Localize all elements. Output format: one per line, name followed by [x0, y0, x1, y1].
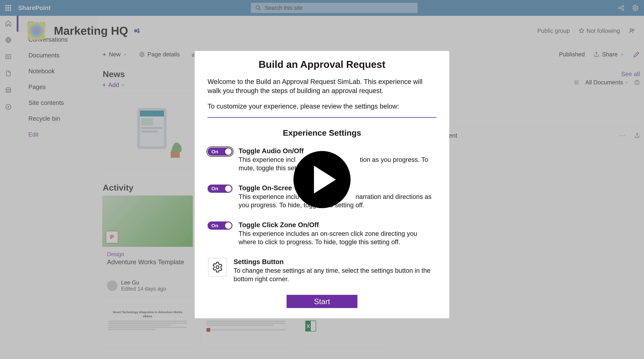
setting-clickzone: On Toggle Click Zone On/Off This experie…: [208, 221, 436, 246]
setting-desc: To change these settings at any time, se…: [234, 266, 436, 283]
toggle-clickzone[interactable]: On: [208, 221, 232, 230]
toggle-audio[interactable]: On: [208, 148, 232, 156]
start-button[interactable]: Start: [286, 295, 358, 308]
setting-title: Toggle Click Zone On/Off: [238, 221, 436, 229]
dialog-title: Build an Approval Request: [208, 59, 436, 70]
setting-title: Settings Button: [234, 258, 436, 266]
toggle-onscreen[interactable]: On: [208, 185, 232, 193]
setting-title: Toggle Audio On/Off: [238, 147, 436, 155]
play-button[interactable]: [294, 151, 350, 208]
gear-icon: [212, 261, 223, 273]
play-icon: [314, 166, 336, 193]
dialog-intro: Welcome to the Build an Approval Request…: [208, 77, 436, 95]
setting-desc: This experience includes an on-screen cl…: [238, 229, 436, 246]
setting-settings-button: Settings Button To change these settings…: [208, 258, 436, 283]
divider: [208, 117, 436, 118]
dialog-intro-2: To customize your experience, please rev…: [208, 102, 436, 111]
experience-settings-heading: Experience Settings: [208, 128, 436, 138]
settings-button-preview: [208, 258, 227, 276]
modal-overlay: Build an Approval Request Welcome to the…: [0, 0, 644, 359]
svg-point-42: [216, 266, 219, 269]
